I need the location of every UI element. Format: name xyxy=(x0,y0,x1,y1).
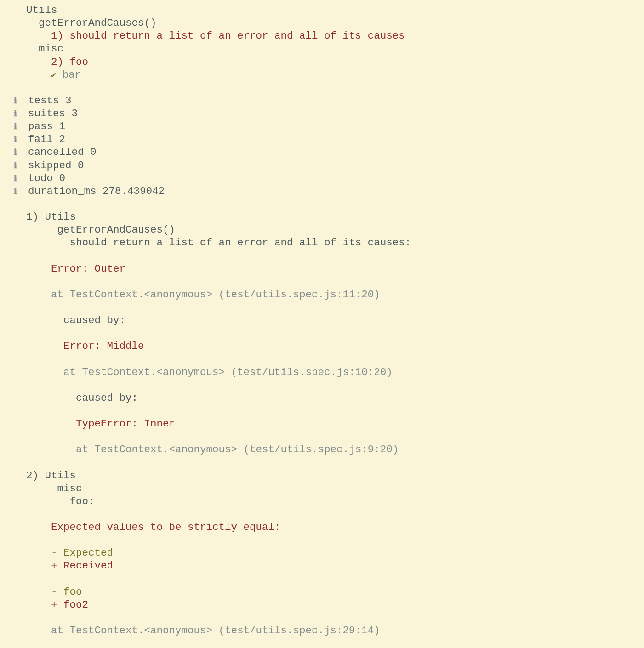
info-icon: ℹ xyxy=(14,134,22,145)
stat-label: suites xyxy=(28,108,65,119)
failure-2-expected-value: - foo xyxy=(0,585,644,598)
failure-1-path-3: should return a list of an error and all… xyxy=(0,236,644,249)
blank xyxy=(0,379,644,392)
test-name: 1) should return a list of an error and … xyxy=(51,30,405,42)
failure-path: Utils xyxy=(45,470,76,482)
test-fail-2: 2) foo xyxy=(0,56,644,68)
stat-skipped: ℹ skipped 0 xyxy=(0,159,644,172)
error-message: TypeError: Inner xyxy=(76,418,175,430)
blank xyxy=(0,198,644,210)
stat-suites: ℹ suites 3 xyxy=(0,107,644,120)
info-icon: ℹ xyxy=(14,160,22,171)
failure-1-header: 1) Utils xyxy=(0,210,644,223)
test-pass-bar: ✔ bar xyxy=(0,68,644,81)
stat-pass: ℹ pass 1 xyxy=(0,120,644,133)
blank xyxy=(0,327,644,340)
blank xyxy=(0,81,644,94)
blank xyxy=(0,573,644,585)
stat-value: 1 xyxy=(59,120,66,132)
stat-value: 0 xyxy=(78,159,84,171)
failure-path: Utils xyxy=(45,211,76,223)
stat-label: duration_ms xyxy=(28,185,97,197)
group-name: getErrorAndCauses() xyxy=(39,17,157,29)
failure-2-path-3: foo: xyxy=(0,495,644,508)
stat-value: 2 xyxy=(59,133,66,145)
suite-name: Utils xyxy=(26,4,57,16)
blank xyxy=(0,508,644,521)
blank xyxy=(0,249,644,262)
failure-1-path-2: getErrorAndCauses() xyxy=(0,223,644,236)
info-icon: ℹ xyxy=(14,147,22,158)
diff-expected-header: - Expected xyxy=(51,547,113,559)
failure-2-received-value: + foo2 xyxy=(0,598,644,611)
failure-1-error-outer: Error: Outer xyxy=(0,262,644,275)
failure-2-path-2: misc xyxy=(0,482,644,495)
stack-frame: at TestContext.<anonymous> (test/utils.s… xyxy=(51,625,380,637)
blank xyxy=(0,456,644,469)
stat-label: tests xyxy=(28,95,59,107)
blank xyxy=(0,404,644,417)
group-getErrorAndCauses: getErrorAndCauses() xyxy=(0,17,644,29)
blank xyxy=(0,534,644,546)
stat-cancelled: ℹ cancelled 0 xyxy=(0,146,644,159)
diff-received-value: + foo2 xyxy=(51,599,88,611)
stat-value: 3 xyxy=(65,95,72,107)
stat-duration: ℹ duration_ms 278.439042 xyxy=(0,185,644,198)
group-misc: misc xyxy=(0,42,644,55)
blank xyxy=(0,352,644,365)
stat-label: fail xyxy=(28,133,53,145)
failure-2-received-header: + Received xyxy=(0,559,644,572)
failure-2-header: 2) Utils xyxy=(0,469,644,482)
failure-1-stack-1: at TestContext.<anonymous> (test/utils.s… xyxy=(0,288,644,301)
blank xyxy=(0,275,644,288)
group-name: misc xyxy=(39,43,63,55)
failure-path: foo: xyxy=(70,495,95,507)
test-fail-1: 1) should return a list of an error and … xyxy=(0,29,644,42)
failure-number: 2) xyxy=(26,470,39,482)
suite-utils: Utils xyxy=(0,4,644,17)
diff-received-header: + Received xyxy=(51,560,113,572)
stat-value: 0 xyxy=(90,146,97,158)
diff-expected-value: - foo xyxy=(51,586,82,598)
blank xyxy=(0,430,644,443)
info-icon: ℹ xyxy=(14,96,22,106)
failure-path: getErrorAndCauses() xyxy=(57,224,176,236)
stat-fail: ℹ fail 2 xyxy=(0,133,644,146)
caused-by-label: caused by: xyxy=(76,392,138,404)
error-message: Error: Outer xyxy=(51,263,125,275)
info-icon: ℹ xyxy=(14,173,22,184)
info-icon: ℹ xyxy=(14,121,22,132)
blank xyxy=(0,611,644,624)
stat-label: cancelled xyxy=(28,146,84,158)
info-icon: ℹ xyxy=(14,186,22,197)
test-name: 2) foo xyxy=(51,56,88,68)
stat-label: skipped xyxy=(28,159,72,171)
stat-todo: ℹ todo 0 xyxy=(0,172,644,185)
failure-2-message: Expected values to be strictly equal: xyxy=(0,521,644,534)
info-icon: ℹ xyxy=(14,108,22,119)
failure-1-error-inner: TypeError: Inner xyxy=(0,417,644,430)
stat-value: 3 xyxy=(72,108,78,119)
blank xyxy=(0,301,644,314)
failure-1-error-middle: Error: Middle xyxy=(0,340,644,352)
check-icon: ✔ xyxy=(51,71,56,80)
failure-number: 1) xyxy=(26,211,39,223)
failure-path: should return a list of an error and all… xyxy=(70,237,411,249)
stat-tests: ℹ tests 3 xyxy=(0,94,644,107)
error-message: Expected values to be strictly equal: xyxy=(51,521,281,533)
caused-by-label: caused by: xyxy=(63,314,125,326)
stack-frame: at TestContext.<anonymous> (test/utils.s… xyxy=(76,443,399,455)
failure-2-expected-header: - Expected xyxy=(0,546,644,559)
failure-1-stack-3: at TestContext.<anonymous> (test/utils.s… xyxy=(0,443,644,456)
stat-value: 278.439042 xyxy=(103,185,165,197)
failure-2-stack: at TestContext.<anonymous> (test/utils.s… xyxy=(0,624,644,637)
failure-1-caused-by-1: caused by: xyxy=(0,314,644,327)
error-message: Error: Middle xyxy=(63,340,144,352)
failure-1-stack-2: at TestContext.<anonymous> (test/utils.s… xyxy=(0,366,644,379)
stack-frame: at TestContext.<anonymous> (test/utils.s… xyxy=(63,366,393,378)
stack-frame: at TestContext.<anonymous> (test/utils.s… xyxy=(51,289,380,301)
test-name: bar xyxy=(63,69,81,81)
failure-1-caused-by-2: caused by: xyxy=(0,392,644,404)
failure-path: misc xyxy=(57,483,82,495)
stat-label: pass xyxy=(28,120,53,132)
